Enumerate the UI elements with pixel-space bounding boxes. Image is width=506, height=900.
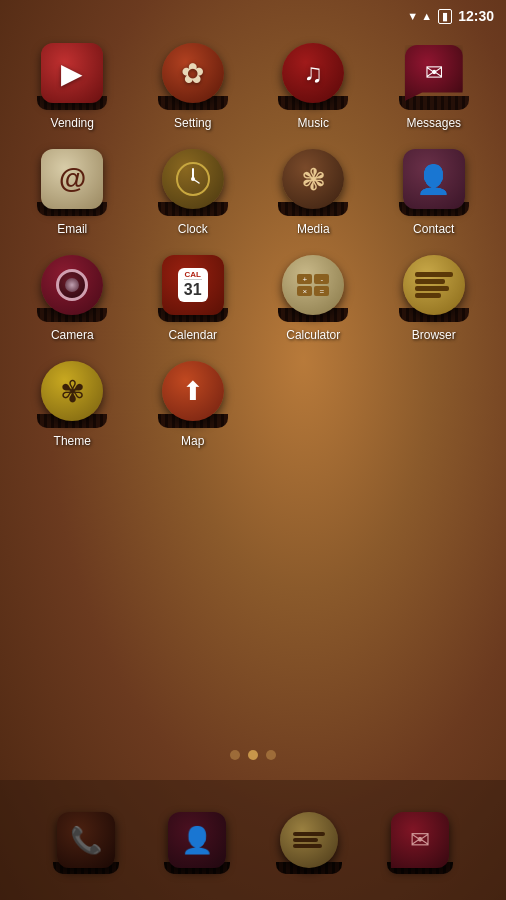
calculator-label: Calculator (286, 328, 340, 342)
battery-icon: ▮ (438, 9, 452, 24)
app-item-camera[interactable]: Camera (35, 248, 109, 342)
app-item-contact[interactable]: 👤 Contact (397, 142, 471, 236)
messages-label: Messages (406, 116, 461, 130)
app-item-messages[interactable]: ✉ Messages (397, 36, 471, 130)
media-label: Media (297, 222, 330, 236)
browser-icon (415, 272, 453, 298)
dock-item-browser[interactable] (273, 795, 345, 885)
dock-item-phone[interactable]: 📞 (50, 795, 122, 885)
contact-icon: 👤 (416, 163, 451, 196)
dock-item-sms[interactable]: ✉ (384, 795, 456, 885)
clock-label: Clock (178, 222, 208, 236)
browser-label: Browser (412, 328, 456, 342)
setting-label: Setting (174, 116, 211, 130)
vending-icon: ▶ (61, 57, 83, 90)
app-grid: ▶ Vending ✿ Setting ♫ Mus (0, 32, 506, 464)
vending-label: Vending (51, 116, 94, 130)
calendar-label: Calendar (168, 328, 217, 342)
app-item-calendar[interactable]: CAL 31 Calendar (156, 248, 230, 342)
dock-contacts-icon: 👤 (181, 825, 213, 856)
dock-item-contacts[interactable]: 👤 (161, 795, 233, 885)
theme-label: Theme (54, 434, 91, 448)
calculator-icon: + - × = (297, 274, 329, 296)
media-icon: ❃ (301, 162, 326, 197)
signal-icon: ▼ ▲ (407, 10, 432, 22)
map-label: Map (181, 434, 204, 448)
app-item-calculator[interactable]: + - × = Calculator (276, 248, 350, 342)
status-bar: ▼ ▲ ▮ 12:30 (0, 0, 506, 32)
app-item-map[interactable]: ⬆ Map (156, 354, 230, 448)
theme-icon: ✾ (60, 374, 85, 409)
app-item-theme[interactable]: ✾ Theme (35, 354, 109, 448)
camera-label: Camera (51, 328, 94, 342)
email-label: Email (57, 222, 87, 236)
page-dot-2[interactable] (248, 750, 258, 760)
app-row-4: ✾ Theme ⬆ Map (12, 354, 494, 448)
email-icon: @ (59, 163, 86, 195)
contact-label: Contact (413, 222, 454, 236)
phone-icon: 📞 (70, 825, 102, 856)
music-label: Music (298, 116, 329, 130)
app-item-email[interactable]: @ Email (35, 142, 109, 236)
app-row-2: @ Email Clock (12, 142, 494, 236)
page-dot-3[interactable] (266, 750, 276, 760)
calendar-icon: CAL 31 (178, 268, 208, 301)
clock-icon (175, 161, 211, 197)
app-item-clock[interactable]: Clock (156, 142, 230, 236)
app-item-setting[interactable]: ✿ Setting (156, 36, 230, 130)
camera-icon (56, 269, 88, 301)
dock-browser-icon (293, 832, 325, 848)
svg-point-3 (191, 177, 195, 181)
app-item-music[interactable]: ♫ Music (276, 36, 350, 130)
bottom-dock: 📞 👤 ✉ (0, 780, 506, 900)
app-row-3: Camera CAL 31 Calendar + - (12, 248, 494, 342)
status-icons: ▼ ▲ ▮ 12:30 (407, 8, 494, 24)
app-row-1: ▶ Vending ✿ Setting ♫ Mus (12, 36, 494, 130)
page-dots (0, 750, 506, 760)
page-dot-1[interactable] (230, 750, 240, 760)
dock-sms-icon: ✉ (410, 826, 430, 854)
setting-icon: ✿ (181, 57, 204, 90)
clock-display: 12:30 (458, 8, 494, 24)
app-item-browser[interactable]: Browser (397, 248, 471, 342)
music-icon: ♫ (304, 58, 324, 89)
app-item-media[interactable]: ❃ Media (276, 142, 350, 236)
app-item-vending[interactable]: ▶ Vending (35, 36, 109, 130)
messages-icon: ✉ (425, 60, 443, 86)
map-icon: ⬆ (182, 376, 204, 407)
